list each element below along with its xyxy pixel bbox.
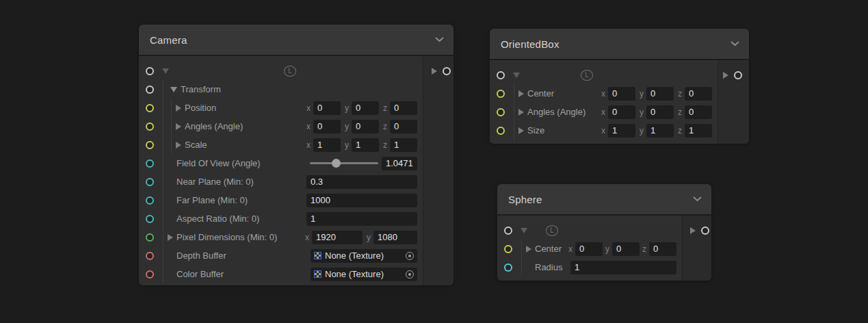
number-field-z[interactable]: 1 [685, 124, 712, 138]
expand-arrow-icon[interactable] [168, 234, 173, 241]
collapse-expander-icon[interactable] [513, 73, 520, 78]
input-port[interactable] [146, 141, 154, 149]
input-port[interactable] [146, 86, 154, 94]
number-field-near-plane[interactable]: 0.3 [306, 175, 417, 189]
input-port[interactable] [504, 263, 512, 272]
number-field-x[interactable]: 0 [575, 242, 603, 256]
number-field-fov[interactable]: 1.0471 [382, 157, 417, 170]
number-field-y[interactable]: 0 [612, 242, 640, 256]
expand-arrow-icon[interactable] [518, 90, 524, 97]
indent-guide [163, 172, 163, 191]
indent-guide [171, 117, 172, 135]
input-port[interactable] [497, 71, 505, 79]
expand-arrow-icon[interactable] [176, 142, 181, 148]
property-row-transform: Transform [139, 80, 423, 99]
number-field-far-plane[interactable]: 1000 [306, 194, 417, 207]
output-expander-icon[interactable] [432, 68, 437, 75]
node-output-column [682, 216, 711, 281]
number-field-aspect-ratio[interactable]: 1 [306, 212, 417, 226]
input-port[interactable] [146, 178, 154, 186]
input-port[interactable] [146, 159, 154, 168]
node-header-orientedbox[interactable]: OrientedBox [490, 29, 749, 59]
number-field-y[interactable]: 0 [646, 87, 674, 101]
collapse-expander-icon[interactable] [162, 68, 169, 74]
output-port[interactable] [734, 71, 742, 79]
input-port[interactable] [146, 215, 154, 223]
number-field-y[interactable]: 1080 [373, 231, 417, 244]
number-field-y[interactable]: 1 [646, 124, 674, 138]
property-row-color-buffer: Color Buffer None (Texture) [139, 265, 423, 283]
number-field-y[interactable]: 0 [352, 101, 379, 115]
number-field-z[interactable]: 1 [390, 138, 417, 152]
texture-thumbnail-icon [314, 252, 321, 259]
expand-arrow-icon[interactable] [518, 127, 524, 134]
axis-label-y: y [367, 233, 371, 242]
slider-handle[interactable] [332, 159, 341, 168]
number-field-z[interactable]: 0 [685, 105, 712, 119]
number-field-z[interactable]: 0 [685, 87, 712, 101]
number-field-y[interactable]: 0 [352, 120, 379, 133]
node-editor-canvas[interactable]: Camera L Transform [0, 0, 868, 323]
slider-track[interactable] [310, 162, 378, 164]
object-picker-icon[interactable] [406, 252, 414, 260]
output-port[interactable] [443, 67, 451, 75]
number-field-x[interactable]: 0 [608, 87, 635, 101]
input-port[interactable] [146, 104, 154, 112]
collapse-expander-icon[interactable] [170, 87, 177, 92]
local-badge-icon[interactable]: L [284, 66, 296, 77]
input-port[interactable] [146, 122, 154, 131]
indent-guide [163, 154, 163, 172]
property-row-field-of-view: Field Of View (Angle) 1.0471 [139, 154, 423, 172]
number-field-x[interactable]: 1 [313, 138, 341, 152]
axis-label-z: z [383, 140, 387, 150]
number-field-x[interactable]: 0 [313, 101, 341, 115]
number-field-z[interactable]: 0 [390, 120, 417, 133]
number-field-x[interactable]: 0 [608, 105, 635, 119]
input-port[interactable] [146, 196, 154, 205]
local-badge-icon[interactable]: L [546, 225, 558, 236]
property-label: Center [527, 88, 597, 99]
axis-label-y: y [605, 244, 609, 254]
expand-arrow-icon[interactable] [526, 246, 531, 253]
collapse-expander-icon[interactable] [521, 228, 527, 233]
input-port[interactable] [146, 270, 154, 279]
expand-arrow-icon[interactable] [176, 123, 181, 130]
input-port[interactable] [146, 252, 154, 260]
number-field-x[interactable]: 1 [608, 124, 635, 138]
output-expander-icon[interactable] [690, 227, 696, 234]
input-port[interactable] [497, 108, 505, 116]
expand-arrow-icon[interactable] [176, 105, 181, 112]
texture-reference-field[interactable]: None (Texture) [311, 268, 417, 281]
number-field-x[interactable]: 0 [313, 120, 341, 133]
fov-slider[interactable] [310, 159, 378, 168]
node-root-row: L [139, 62, 423, 80]
input-port[interactable] [497, 90, 505, 98]
expand-arrow-icon[interactable] [518, 109, 524, 116]
number-field-y[interactable]: 0 [646, 105, 674, 119]
input-port[interactable] [504, 245, 512, 253]
output-expander-icon[interactable] [723, 72, 728, 79]
property-label: Aspect Ratio (Min: 0) [176, 214, 301, 224]
number-field-radius[interactable]: 1 [570, 261, 676, 274]
property-label: Radius [535, 262, 565, 272]
chevron-down-icon[interactable] [435, 37, 444, 42]
input-port[interactable] [146, 233, 154, 242]
local-badge-icon[interactable]: L [581, 70, 593, 81]
chevron-down-icon[interactable] [693, 196, 702, 202]
input-port[interactable] [146, 67, 154, 75]
texture-reference-field[interactable]: None (Texture) [311, 249, 417, 263]
vector3-fields: x 1 y 1 z 1 [302, 138, 417, 152]
output-port[interactable] [701, 227, 709, 235]
number-field-z[interactable]: 0 [390, 101, 417, 115]
node-header-sphere[interactable]: Sphere [497, 184, 711, 214]
number-field-x[interactable]: 1920 [312, 231, 363, 244]
number-field-y[interactable]: 1 [352, 138, 379, 152]
chevron-down-icon[interactable] [731, 41, 739, 47]
node-header-camera[interactable]: Camera [139, 25, 453, 55]
node-root-row: L [497, 221, 682, 240]
object-picker-icon[interactable] [406, 270, 414, 279]
number-field-z[interactable]: 0 [649, 242, 676, 256]
axis-label-x: x [306, 122, 311, 131]
input-port[interactable] [504, 227, 512, 235]
input-port[interactable] [497, 127, 505, 135]
